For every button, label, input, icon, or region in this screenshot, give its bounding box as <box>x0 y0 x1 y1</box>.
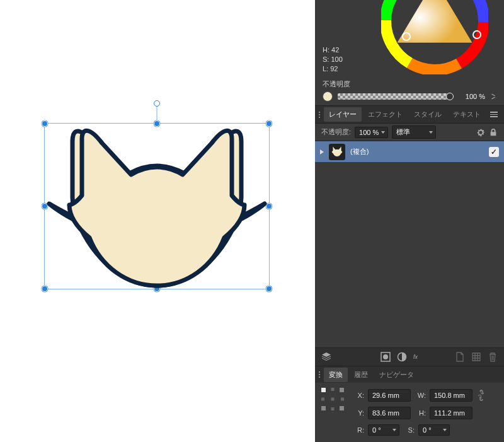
opacity-value[interactable]: 100 % <box>455 93 485 100</box>
x-label: X: <box>353 392 364 399</box>
canvas[interactable] <box>0 0 315 442</box>
layer-toolbar: fx <box>315 347 504 366</box>
stepper-icon[interactable] <box>490 93 496 100</box>
opacity-label: 不透明度 <box>323 79 350 89</box>
tab-history[interactable]: 履歴 <box>349 368 373 382</box>
tab-transform[interactable]: 変換 <box>324 368 348 382</box>
layer-opacity-dropdown[interactable]: 100 % <box>355 127 388 138</box>
svg-point-11 <box>383 354 388 359</box>
r-field[interactable]: 0 ° <box>368 424 399 436</box>
adjustment-icon[interactable] <box>397 352 407 362</box>
trash-icon[interactable] <box>488 352 498 362</box>
gear-icon[interactable] <box>476 128 485 137</box>
r-label: R: <box>353 426 364 434</box>
shape-compound[interactable] <box>44 123 270 289</box>
layer-row[interactable]: (複合) ✓ <box>315 141 504 163</box>
transform-tab-strip: 変換 履歴 ナビゲータ <box>315 366 504 383</box>
anchor-selector[interactable] <box>321 388 344 410</box>
tab-styles[interactable]: スタイル <box>409 107 447 122</box>
w-field[interactable]: 150.8 mm <box>430 389 472 402</box>
s-label: S: <box>403 426 415 434</box>
transform-panel: X: 29.6 mm W: 150.8 mm Y: 83.6 mm H: 111… <box>315 383 504 442</box>
layers-icon[interactable] <box>321 352 331 362</box>
layer-name[interactable]: (複合) <box>350 147 369 156</box>
h-field[interactable]: 111.2 mm <box>430 407 472 419</box>
panel-drag-icon[interactable] <box>319 371 320 378</box>
color-panel: H: 42 S: 100 L: 92 不透明度 100 % <box>315 0 504 106</box>
layer-opacity-label: 不透明度: <box>321 127 351 137</box>
layer-thumbnail[interactable] <box>329 144 345 160</box>
hsl-readout: H: 42 S: 100 L: 92 <box>323 45 343 74</box>
x-field[interactable]: 29.6 mm <box>368 389 411 402</box>
lock-icon[interactable] <box>489 128 498 137</box>
y-label: Y: <box>353 409 364 417</box>
w-label: W: <box>415 392 426 399</box>
tab-layers[interactable]: レイヤー <box>324 107 362 122</box>
hsl-s: S: 100 <box>323 55 343 64</box>
new-file-icon[interactable] <box>455 352 465 362</box>
grid-icon[interactable] <box>471 352 481 362</box>
tab-effects[interactable]: エフェクト <box>363 107 408 122</box>
swatch-icon[interactable] <box>323 91 333 102</box>
panel-menu-icon[interactable] <box>488 109 500 120</box>
s-field[interactable]: 0 ° <box>418 424 450 436</box>
tab-navigator[interactable]: ナビゲータ <box>374 368 419 382</box>
tab-text[interactable]: テキスト <box>448 107 486 122</box>
layer-options-row: 不透明度: 100 % 標準 <box>315 124 504 141</box>
blend-mode-dropdown[interactable]: 標準 <box>392 125 436 139</box>
expand-icon[interactable] <box>320 149 324 154</box>
panel-drag-icon[interactable] <box>319 112 320 118</box>
y-field[interactable]: 83.6 mm <box>368 407 411 419</box>
layer-list[interactable]: (複合) ✓ <box>315 141 504 347</box>
right-panels: H: 42 S: 100 L: 92 不透明度 100 % レイヤー エフェクト… <box>315 0 504 442</box>
hsl-h: H: 42 <box>323 45 343 55</box>
layer-tab-strip: レイヤー エフェクト スタイル テキスト <box>315 106 504 124</box>
color-wheel[interactable] <box>381 0 488 74</box>
opacity-slider[interactable] <box>338 93 450 100</box>
hsl-l: L: 92 <box>323 64 343 74</box>
fx-icon[interactable]: fx <box>413 352 423 362</box>
mask-icon[interactable] <box>381 352 391 362</box>
visibility-checkbox[interactable]: ✓ <box>489 147 499 157</box>
slider-knob[interactable] <box>446 93 454 100</box>
svg-text:fx: fx <box>413 354 418 360</box>
h-label: H: <box>415 409 426 417</box>
link-icon[interactable] <box>478 388 485 403</box>
rotation-handle[interactable] <box>154 100 160 107</box>
opacity-slider-row: 100 % <box>323 91 496 102</box>
